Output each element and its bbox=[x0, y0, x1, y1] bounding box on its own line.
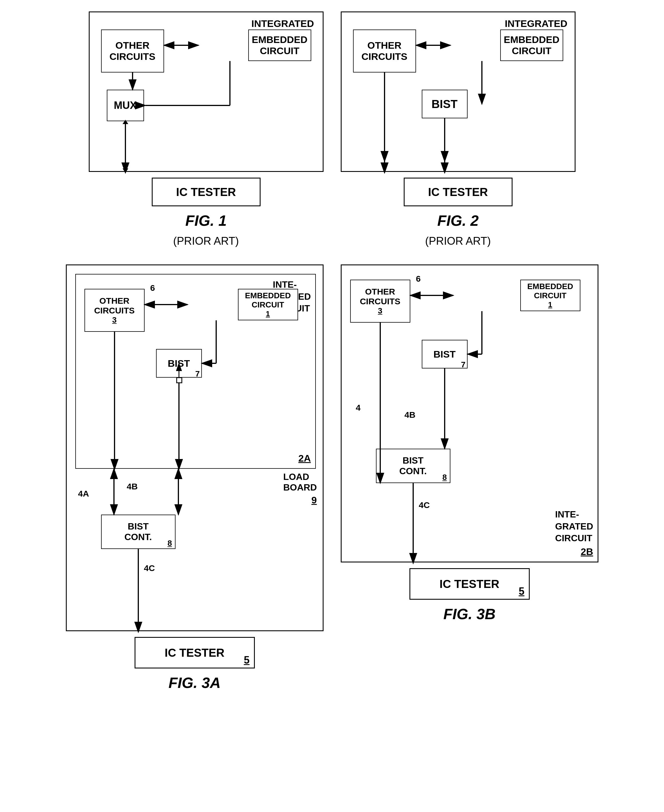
svg-marker-9 bbox=[122, 168, 128, 173]
fig1-label: FIG. 1 bbox=[185, 212, 226, 229]
fig3a-embedded-circuit: EMBEDDEDCIRCUIT 1 bbox=[238, 289, 298, 320]
fig3a-2a-label: 2A bbox=[298, 453, 311, 464]
svg-rect-24 bbox=[177, 378, 182, 383]
fig3b-bist-cont: BISTCONT. 8 bbox=[376, 449, 451, 483]
fig3b-embedded-circuit: EMBEDDEDCIRCUIT 1 bbox=[520, 280, 580, 311]
fig2-ic-tester: IC TESTER bbox=[404, 178, 513, 206]
fig3a-9-label: 9 bbox=[311, 494, 317, 506]
fig1-diagram: INTEGRATEDCIRCUIT OTHERCIRCUITS EMBEDDED… bbox=[89, 11, 324, 172]
fig3b-ic-tester: IC TESTER 5 bbox=[409, 568, 530, 600]
fig3a-ic-tester: IC TESTER 5 bbox=[135, 637, 255, 669]
fig3a-loadboard: INTE-GRATEDCIRCUIT 2A OTHERCIRCUITS 3 EM… bbox=[66, 264, 324, 631]
fig2-embedded-circuit: EMBEDDEDCIRCUIT bbox=[500, 29, 563, 61]
fig2-diagram: INTEGRATEDCIRCUIT OTHERCIRCUITS EMBEDDED… bbox=[341, 11, 576, 172]
fig3b-4-label: 4 bbox=[356, 403, 361, 413]
fig3a-label: FIG. 3A bbox=[168, 674, 220, 691]
fig1-ic-tester: IC TESTER bbox=[152, 178, 260, 206]
fig1-sublabel: (PRIOR ART) bbox=[173, 235, 239, 247]
fig3a-4b-label: 4B bbox=[127, 482, 138, 491]
fig3b-ic-outer: INTE-GRATEDCIRCUIT 2B OTHERCIRCUITS 3 EM… bbox=[341, 264, 599, 563]
fig3b-container: INTE-GRATEDCIRCUIT 2B OTHERCIRCUITS 3 EM… bbox=[341, 264, 599, 691]
fig3b-ic-label: INTE-GRATEDCIRCUIT bbox=[555, 509, 593, 545]
fig3b-bist: BIST 7 bbox=[422, 340, 467, 368]
page-container: INTEGRATEDCIRCUIT OTHERCIRCUITS EMBEDDED… bbox=[11, 11, 653, 691]
fig3a-label6: 6 bbox=[150, 283, 155, 293]
bottom-row: INTE-GRATEDCIRCUIT 2A OTHERCIRCUITS 3 EM… bbox=[11, 264, 653, 691]
fig3a-bist: BIST 7 bbox=[156, 349, 202, 378]
fig3a-bist-cont: BISTCONT. 8 bbox=[101, 515, 176, 549]
fig2-bist: BIST bbox=[422, 90, 467, 118]
fig2-sublabel: (PRIOR ART) bbox=[425, 235, 491, 247]
fig2-container: INTEGRATEDCIRCUIT OTHERCIRCUITS EMBEDDED… bbox=[341, 11, 576, 247]
fig3a-4c-label: 4C bbox=[144, 563, 155, 573]
fig3b-label: FIG. 3B bbox=[443, 605, 495, 623]
fig3b-2b-label: 2B bbox=[581, 546, 593, 557]
fig1-other-circuits: OTHERCIRCUITS bbox=[101, 29, 164, 72]
fig1-container: INTEGRATEDCIRCUIT OTHERCIRCUITS EMBEDDED… bbox=[89, 11, 324, 247]
fig3a-4a-label: 4A bbox=[78, 489, 89, 499]
fig3a-container: INTE-GRATEDCIRCUIT 2A OTHERCIRCUITS 3 EM… bbox=[66, 264, 324, 691]
fig3b-4b-label: 4B bbox=[405, 410, 415, 420]
fig3b-other-circuits: OTHERCIRCUITS 3 bbox=[350, 280, 410, 323]
fig3a-loadboard-label: LOADBOARD bbox=[283, 471, 317, 493]
fig2-other-circuits: OTHERCIRCUITS bbox=[353, 29, 416, 72]
fig1-mux: MUX bbox=[107, 90, 144, 121]
fig1-embedded-circuit: EMBEDDEDCIRCUIT bbox=[248, 29, 311, 61]
fig3a-other-circuits: OTHERCIRCUITS 3 bbox=[85, 289, 145, 332]
fig2-label: FIG. 2 bbox=[437, 212, 478, 229]
fig3b-4c-label: 4C bbox=[419, 500, 430, 510]
fig3b-label6: 6 bbox=[416, 274, 421, 284]
top-row: INTEGRATEDCIRCUIT OTHERCIRCUITS EMBEDDED… bbox=[11, 11, 653, 247]
